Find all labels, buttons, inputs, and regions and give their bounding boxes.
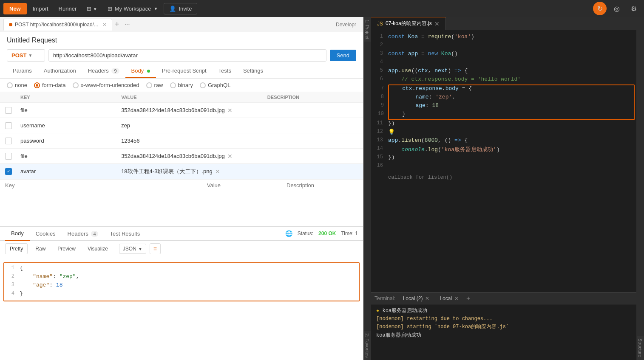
globe-button[interactable]: 🌐 <box>285 230 292 237</box>
toolbar: New Import Runner ⊞ ▼ ⊞ My Workspace ▼ 👤… <box>0 0 644 17</box>
tab-body[interactable]: Body <box>125 64 156 78</box>
table-row: password 123456 <box>0 133 363 149</box>
row-key[interactable]: username <box>15 121 116 130</box>
resp-view-raw[interactable]: Raw <box>31 244 50 254</box>
radar-button[interactable]: ◎ <box>610 2 624 15</box>
terminal-label: Terminal: <box>374 295 395 301</box>
row-desc[interactable] <box>262 124 363 127</box>
terminal-tab-local2[interactable]: Local (2) ✕ <box>399 294 434 303</box>
row-desc[interactable] <box>262 109 363 112</box>
terminal-add-button[interactable]: + <box>465 295 472 302</box>
tab-headers[interactable]: Headers 9 <box>82 64 125 78</box>
tab-close-icon[interactable]: ✕ <box>102 22 107 28</box>
vscode-tab-close[interactable]: ✕ <box>434 20 440 27</box>
row-checkbox[interactable]: ✓ <box>5 168 12 175</box>
clear-value-button[interactable]: ✕ <box>227 107 233 114</box>
row-checkbox[interactable] <box>5 138 12 144</box>
tab-authorization[interactable]: Authorization <box>38 64 82 78</box>
vs-code-line: 5 app.use((ctx, next) => { <box>371 68 636 76</box>
tab-params[interactable]: Params <box>7 64 38 78</box>
row-value[interactable]: 123456 <box>116 136 262 146</box>
row-checkbox[interactable] <box>5 122 12 129</box>
row-value[interactable]: 352daa384124de184ac83cb6ba091db.jpg✕ <box>116 105 262 115</box>
vs-code-line: 7 ctx.response.body = { <box>372 85 634 94</box>
view-toggle-button[interactable]: ⊞ ▼ <box>82 3 102 14</box>
tab-settings[interactable]: Settings <box>237 64 269 78</box>
add-value-input[interactable] <box>207 182 278 188</box>
row-value[interactable]: 352daa384124de184ac83cb6ba091db.jpg✕ <box>116 151 262 161</box>
url-bar: POST ▼ Send <box>0 47 363 64</box>
row-key[interactable]: file <box>15 105 116 115</box>
table-row: ✓ avatar 18软件工程4-3班课表（大二下）.png✕ <box>0 164 363 179</box>
radio-binary-circle <box>170 82 176 88</box>
add-param-row <box>0 179 363 191</box>
runner-button[interactable]: Runner <box>54 3 81 14</box>
row-desc[interactable] <box>262 170 363 173</box>
tab-pre-request[interactable]: Pre-request Script <box>156 64 213 78</box>
more-tabs-button[interactable]: ··· <box>122 21 132 28</box>
method-select[interactable]: POST ▼ <box>7 49 45 62</box>
send-button[interactable]: Send <box>330 50 356 61</box>
resp-tab-cookies[interactable]: Cookies <box>30 227 62 240</box>
radio-url-encoded[interactable]: x-www-form-urlencoded <box>73 82 139 88</box>
tab-label: POST http://localhost:8000/upload/... <box>15 22 98 28</box>
radio-none[interactable]: none <box>7 82 27 88</box>
terminal-tabs: Terminal: Local (2) ✕ Local ✕ + <box>371 292 636 304</box>
vscode-tab-active[interactable]: JS 07-koa的响应内容.js ✕ <box>371 17 446 30</box>
row-key[interactable]: avatar <box>15 166 116 176</box>
clear-value-button[interactable]: ✕ <box>227 153 233 160</box>
wrap-button[interactable]: ≡ <box>150 243 161 254</box>
workspace-button[interactable]: ⊞ My Workspace ▼ <box>103 3 162 14</box>
terminal-line: koa服务器启动成功 <box>376 332 631 340</box>
row-checkbox[interactable] <box>5 107 12 114</box>
row-key[interactable]: password <box>15 136 116 146</box>
row-value[interactable]: zep <box>116 121 262 130</box>
vs-code-line: 4 <box>371 59 636 68</box>
layout-icon: ⊞ <box>87 6 91 12</box>
vscode-code-editor: 1 const Koa = require('koa') 2 3 const a… <box>371 30 636 292</box>
row-value[interactable]: 18软件工程4-3班课表（大二下）.png✕ <box>116 166 262 177</box>
settings-button[interactable]: ⚙ <box>627 2 641 15</box>
resp-headers-badge: 4 <box>91 231 98 237</box>
favorites-label[interactable]: 2: Favorites <box>364 331 371 360</box>
tabs-bar: POST http://localhost:8000/upload/... ✕ … <box>0 17 363 32</box>
active-tab[interactable]: POST http://localhost:8000/upload/... ✕ <box>3 19 112 31</box>
resp-view-visualize[interactable]: Visualize <box>83 244 112 254</box>
add-desc-input[interactable] <box>287 182 358 188</box>
new-button[interactable]: New <box>3 3 27 14</box>
response-section: Body Cookies Headers 4 Test Results 🌐 St… <box>0 226 363 360</box>
import-button[interactable]: Import <box>28 3 53 14</box>
clear-value-button[interactable]: ✕ <box>215 168 220 175</box>
tab-tests[interactable]: Tests <box>213 64 237 78</box>
table-row: username zep <box>0 118 363 133</box>
row-desc[interactable] <box>262 139 363 143</box>
headers-badge: 9 <box>111 68 119 74</box>
resp-tab-test-results[interactable]: Test Results <box>104 227 146 240</box>
resp-view-preview[interactable]: Preview <box>53 244 80 254</box>
vs-code-line: 15 }) <box>371 154 636 163</box>
side-strip: 1: Project 2: Favorites <box>363 17 371 360</box>
terminal-tab-local[interactable]: Local ✕ <box>435 294 463 303</box>
terminal-tab-close[interactable]: ✕ <box>425 295 429 301</box>
project-label[interactable]: 1: Project <box>364 17 371 42</box>
value-header: VALUE <box>116 95 262 100</box>
invite-button[interactable]: 👤 Invite <box>164 3 197 14</box>
resp-view-pretty[interactable]: Pretty <box>5 243 28 254</box>
add-key-input[interactable] <box>5 182 77 188</box>
radio-form-data[interactable]: form-data <box>34 82 66 88</box>
url-input[interactable] <box>48 49 326 62</box>
add-tab-button[interactable]: + <box>112 20 122 29</box>
structure-label[interactable]: Structure <box>637 336 644 360</box>
row-key[interactable]: file <box>15 151 116 161</box>
radio-raw[interactable]: raw <box>146 82 163 88</box>
terminal-tab-close[interactable]: ✕ <box>454 295 459 301</box>
sync-button[interactable]: ↻ <box>593 2 607 15</box>
radio-graphql[interactable]: GraphQL <box>200 82 230 88</box>
resp-tab-headers[interactable]: Headers 4 <box>62 227 104 240</box>
radio-binary[interactable]: binary <box>170 82 193 88</box>
row-desc[interactable] <box>262 155 363 158</box>
resp-tab-body[interactable]: Body <box>5 227 30 241</box>
vs-code-line: 13 app.listen(8000, () => { <box>371 137 636 146</box>
format-select[interactable]: JSON ▼ <box>119 244 146 254</box>
row-checkbox[interactable] <box>5 153 12 160</box>
